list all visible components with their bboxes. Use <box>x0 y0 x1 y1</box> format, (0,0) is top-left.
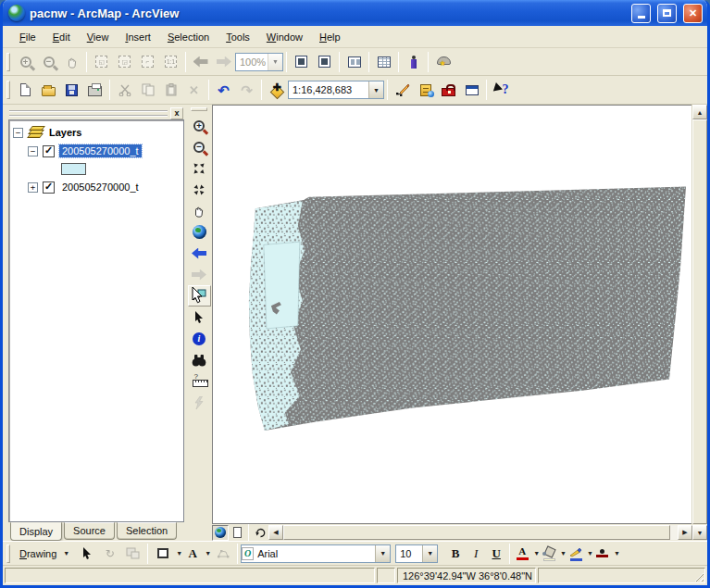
menu-view[interactable]: View <box>80 29 117 45</box>
delete-button[interactable]: ✕ <box>182 79 206 101</box>
toolbar-grip[interactable] <box>6 544 10 563</box>
scroll-up-button[interactable]: ▲ <box>692 105 707 119</box>
layer1-label[interactable]: 200505270000_t <box>59 144 142 157</box>
scroll-left-button[interactable]: ◀ <box>268 525 283 540</box>
shape-tool-button[interactable] <box>151 543 174 565</box>
toc-root-label[interactable]: Layers <box>49 127 81 138</box>
layer1-symbol-swatch[interactable] <box>61 163 86 175</box>
toc-close-button[interactable]: x <box>170 107 183 119</box>
line-color-dropdown-icon[interactable]: ▼ <box>587 550 593 557</box>
toc-grip[interactable]: x <box>8 106 184 119</box>
map-scale-combo[interactable]: 1:16,428,683 <box>288 81 384 99</box>
font-color-dropdown-icon[interactable]: ▼ <box>533 550 540 557</box>
fill-color-dropdown-icon[interactable]: ▼ <box>560 550 567 557</box>
layout-back-extent-button[interactable] <box>189 51 212 73</box>
drawing-menu-button[interactable]: Drawing ▼ <box>14 545 75 562</box>
back-extent-tool[interactable] <box>188 243 211 264</box>
zoom-out-tool[interactable]: − <box>188 136 211 157</box>
vertical-scroll-thumb[interactable] <box>692 119 707 524</box>
toolbar-grip[interactable] <box>6 53 10 71</box>
layer-visibility-checkbox[interactable] <box>43 145 55 157</box>
map-vertical-scrollbar[interactable]: ▲ <box>691 105 707 524</box>
find-tool[interactable] <box>188 349 211 370</box>
zoom-in-tool[interactable]: + <box>188 115 211 136</box>
text-tool-button[interactable]: A <box>182 544 203 563</box>
map-horizontal-scrollbar[interactable]: ◀ ▶ <box>268 525 692 540</box>
zoom-100-button[interactable]: 1:1 <box>159 51 182 73</box>
layout-view-button[interactable] <box>229 525 245 541</box>
tab-display[interactable]: Display <box>10 522 62 541</box>
fixed-zoom-out-tool[interactable] <box>188 179 211 200</box>
select-features-tool[interactable] <box>188 285 211 307</box>
whats-this-help-button[interactable] <box>490 79 513 101</box>
new-map-button[interactable] <box>14 79 37 101</box>
save-button[interactable] <box>60 79 83 101</box>
fixed-zoom-in-tool[interactable] <box>188 157 211 179</box>
font-color-button[interactable]: A <box>513 544 531 563</box>
census-tool-button[interactable] <box>402 51 425 73</box>
layout-pan-button[interactable] <box>60 51 83 73</box>
rotate-button[interactable]: ↻ <box>98 543 121 565</box>
layer-visibility-checkbox[interactable] <box>43 181 55 194</box>
menu-insert[interactable]: Insert <box>118 29 158 45</box>
menu-selection[interactable]: Selection <box>160 29 217 45</box>
forward-extent-tool[interactable] <box>188 264 211 285</box>
tab-source[interactable]: Source <box>64 522 115 540</box>
expand-icon[interactable] <box>28 182 38 193</box>
menu-tools[interactable]: Tools <box>218 29 257 45</box>
paste-button[interactable] <box>159 79 182 101</box>
scroll-right-button[interactable]: ▶ <box>678 525 692 540</box>
zoom-to-selected-button[interactable] <box>121 543 144 565</box>
toolbar-grip[interactable] <box>191 107 207 111</box>
fixed-zoom-page-button[interactable]: ⌐ <box>136 51 159 73</box>
focus-data-frame-button[interactable] <box>313 51 336 73</box>
menu-help[interactable]: Help <box>312 29 348 45</box>
text-dropdown-arrow-icon[interactable]: ▼ <box>205 550 211 557</box>
underline-button[interactable]: U <box>486 544 506 563</box>
menu-window[interactable]: Window <box>259 29 310 45</box>
dropdown-arrow-icon[interactable] <box>375 545 390 562</box>
shape-dropdown-arrow-icon[interactable]: ▼ <box>176 550 182 557</box>
data-view-button[interactable] <box>212 525 229 541</box>
hyperlink-tool[interactable] <box>188 392 211 413</box>
minimize-button[interactable] <box>631 4 651 23</box>
open-table-button[interactable] <box>372 51 395 73</box>
toolbar-grip[interactable] <box>6 81 10 99</box>
identify-tool[interactable]: i <box>188 328 211 349</box>
redo-button[interactable]: ↷ <box>235 79 258 101</box>
italic-button[interactable]: I <box>466 544 486 563</box>
add-data-button[interactable] <box>265 79 288 101</box>
dropdown-arrow-icon[interactable] <box>368 81 383 98</box>
collapse-icon[interactable] <box>13 128 23 138</box>
titlebar[interactable]: pacnw - ArcMap - ArcView ✕ <box>3 0 707 26</box>
command-window-button[interactable] <box>460 79 483 101</box>
close-button[interactable]: ✕ <box>683 4 703 23</box>
undo-button[interactable]: ↶ <box>212 79 235 101</box>
layout-zoom-in-button[interactable]: + <box>14 51 37 73</box>
refresh-view-button[interactable] <box>252 525 268 541</box>
cut-button[interactable] <box>113 79 136 101</box>
maximize-button[interactable] <box>657 4 677 23</box>
zoom-whole-page-button[interactable]: ◱ <box>90 51 113 73</box>
toc-root-row[interactable]: Layers <box>13 126 180 139</box>
font-combo[interactable]: O Arial <box>241 544 391 563</box>
dropdown-arrow-icon[interactable] <box>268 54 282 70</box>
horizontal-scroll-thumb[interactable] <box>283 525 670 540</box>
print-button[interactable] <box>83 79 106 101</box>
measure-tool[interactable] <box>188 370 211 392</box>
change-layout-button[interactable] <box>343 51 366 73</box>
menu-edit[interactable]: Edit <box>45 29 78 45</box>
open-button[interactable] <box>37 79 60 101</box>
arctoolbox-button[interactable] <box>437 79 460 101</box>
layout-zoom-out-button[interactable]: − <box>37 51 60 73</box>
editor-toolbar-button[interactable] <box>391 79 414 101</box>
layout-zoom-combo[interactable]: 100% <box>235 53 283 71</box>
zoom-page-width-button[interactable]: ◲ <box>113 51 136 73</box>
toc-tree[interactable]: Layers 200505270000_t 200505270000_t <box>8 119 184 522</box>
pan-tool[interactable] <box>188 200 211 221</box>
toggle-draft-mode-button[interactable] <box>290 51 313 73</box>
line-color-button[interactable] <box>567 544 585 563</box>
select-elements-tool[interactable] <box>188 307 211 328</box>
layer-row[interactable]: 200505270000_t <box>28 181 180 194</box>
resize-grip[interactable] <box>692 570 704 582</box>
